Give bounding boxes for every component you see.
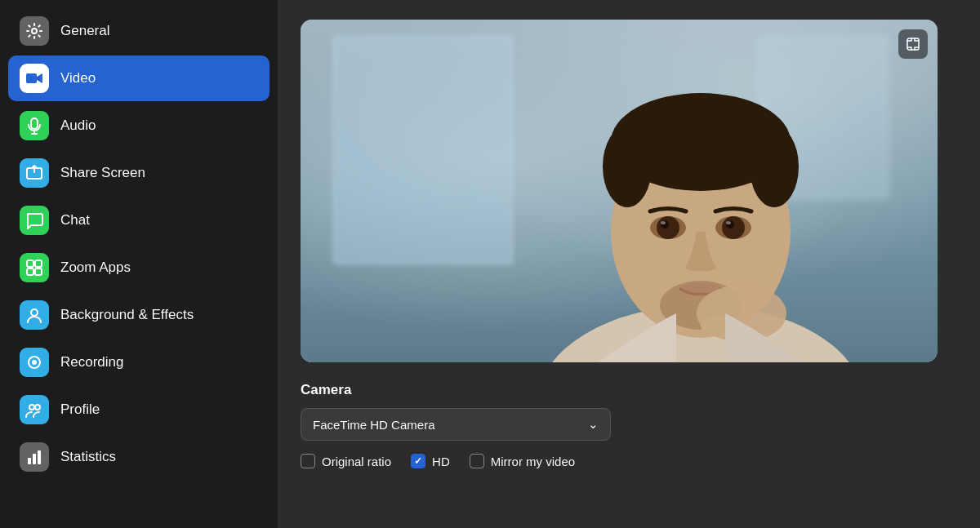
svg-point-9 [32, 360, 37, 365]
svg-rect-5 [27, 268, 33, 275]
svg-rect-33 [907, 38, 919, 50]
sidebar-item-statistics[interactable]: Statistics [8, 434, 270, 480]
svg-point-20 [750, 126, 799, 207]
hd-label: HD [432, 455, 450, 468]
profile-icon [20, 395, 49, 424]
mirror-label: Mirror my video [491, 455, 575, 468]
svg-rect-4 [35, 260, 42, 267]
sidebar-item-zoom-apps-label: Zoom Apps [60, 260, 131, 276]
checkboxes-row: Original ratio ✓ HD Mirror my video [301, 454, 957, 468]
svg-point-28 [726, 221, 731, 224]
dropdown-arrow-icon: ⌄ [588, 417, 599, 432]
sidebar-item-recording[interactable]: Recording [8, 339, 270, 385]
sidebar-item-chat-label: Chat [60, 212, 90, 229]
camera-section: Camera FaceTime HD Camera ⌄ Original rat… [301, 382, 957, 468]
svg-point-24 [661, 221, 666, 224]
camera-canvas [301, 20, 938, 362]
person-figure [464, 20, 938, 362]
sidebar-item-share-screen-label: Share Screen [60, 165, 145, 181]
original-ratio-label: Original ratio [322, 455, 391, 468]
video-icon [20, 64, 49, 93]
main-content: Camera FaceTime HD Camera ⌄ Original rat… [278, 0, 980, 528]
mirror-box [470, 454, 484, 468]
hd-checkbox[interactable]: ✓ HD [411, 454, 450, 468]
sidebar-item-video-label: Video [60, 70, 96, 87]
svg-rect-14 [38, 450, 41, 464]
svg-point-26 [722, 216, 745, 239]
sidebar-item-general-label: General [60, 23, 109, 39]
sidebar-item-profile-label: Profile [60, 402, 100, 418]
svg-rect-13 [33, 454, 36, 464]
original-ratio-checkbox[interactable]: Original ratio [301, 454, 391, 468]
svg-rect-6 [35, 268, 42, 275]
svg-point-22 [657, 216, 679, 239]
sidebar-item-audio[interactable]: Audio [8, 103, 270, 149]
svg-point-19 [603, 126, 652, 207]
zoom-apps-icon [20, 253, 49, 282]
camera-dropdown[interactable]: FaceTime HD Camera ⌄ [301, 408, 611, 441]
sidebar-item-audio-label: Audio [60, 118, 96, 134]
expand-button[interactable] [898, 29, 928, 59]
svg-rect-3 [27, 260, 33, 267]
sidebar-item-general[interactable]: General [8, 8, 270, 54]
recording-icon [20, 348, 49, 377]
sidebar-item-share-screen[interactable]: Share Screen [8, 150, 270, 196]
hd-box: ✓ [411, 454, 425, 468]
svg-point-11 [35, 405, 40, 410]
audio-icon [20, 111, 49, 140]
svg-point-0 [32, 29, 37, 33]
camera-preview [301, 20, 938, 362]
camera-dropdown-value: FaceTime HD Camera [313, 418, 434, 432]
sidebar-item-recording-label: Recording [60, 354, 124, 370]
statistics-icon [20, 442, 49, 472]
sidebar: General Video Audio Share Screen [0, 0, 278, 528]
svg-rect-1 [26, 73, 37, 83]
sidebar-item-background-effects-label: Background & Effects [60, 307, 194, 323]
svg-point-7 [31, 309, 38, 316]
background-effects-icon [20, 300, 49, 330]
sidebar-item-chat[interactable]: Chat [8, 197, 270, 243]
sidebar-item-profile[interactable]: Profile [8, 387, 270, 433]
sidebar-item-zoom-apps[interactable]: Zoom Apps [8, 245, 270, 291]
svg-rect-12 [28, 458, 31, 464]
svg-point-10 [29, 405, 34, 410]
chat-icon [20, 206, 49, 235]
original-ratio-box [301, 454, 315, 468]
hd-checkmark: ✓ [414, 455, 422, 467]
sidebar-item-background-effects[interactable]: Background & Effects [8, 292, 270, 338]
general-icon [20, 16, 49, 46]
sidebar-item-video[interactable]: Video [8, 55, 270, 101]
mirror-checkbox[interactable]: Mirror my video [470, 454, 575, 468]
camera-section-label: Camera [301, 382, 957, 398]
sidebar-item-statistics-label: Statistics [60, 449, 116, 465]
share-screen-icon [20, 158, 49, 188]
